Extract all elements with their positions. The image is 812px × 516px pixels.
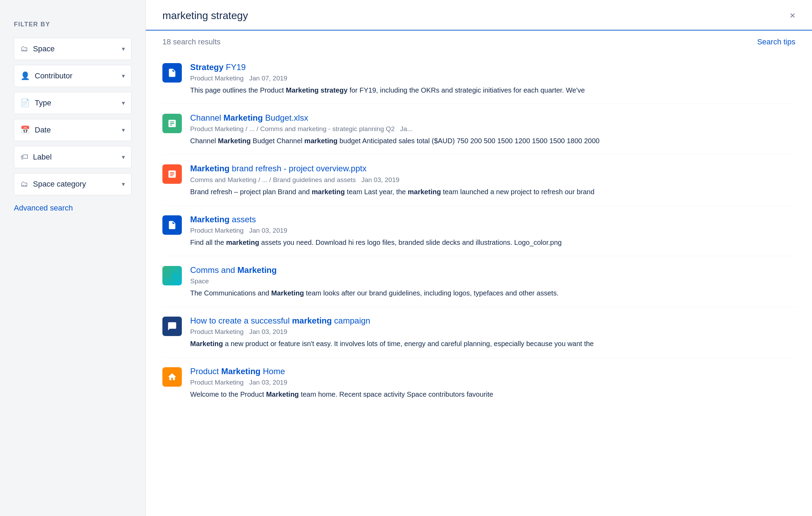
result-meta-3: Comms and Marketing / ... / Brand guidel… xyxy=(190,176,795,184)
filter-space-category[interactable]: 🗂 Space category ▾ xyxy=(14,173,132,195)
result-icon-2 xyxy=(162,114,182,133)
result-icon-1 xyxy=(162,63,182,83)
filter-type-label: Type xyxy=(35,98,51,108)
results-header: 18 search results Search tips xyxy=(146,31,812,53)
date-chevron-icon: ▾ xyxy=(122,126,125,134)
filter-date-label: Date xyxy=(35,126,51,135)
date-filter-icon: 📅 xyxy=(20,126,30,135)
filter-space-category-label: Space category xyxy=(33,180,86,189)
filter-label[interactable]: 🏷 Label ▾ xyxy=(14,146,132,168)
search-input[interactable] xyxy=(162,10,784,22)
result-title-2: Channel Marketing Budget.xlsx xyxy=(190,112,795,123)
search-results-panel: × 18 search results Search tips Strategy… xyxy=(146,0,812,516)
result-item-2[interactable]: Channel Marketing Budget.xlsx Product Ma… xyxy=(162,104,795,155)
filter-by-label: FILTER BY xyxy=(14,21,132,28)
space-filter-icon: 🗂 xyxy=(20,44,28,53)
label-chevron-icon: ▾ xyxy=(122,153,125,161)
result-item-5[interactable]: Comms and Marketing Space The Communicat… xyxy=(162,256,795,307)
result-title-1: Strategy FY19 xyxy=(190,62,795,72)
result-title-7: Product Marketing Home xyxy=(190,366,795,377)
result-icon-3 xyxy=(162,164,182,184)
search-tips-link[interactable]: Search tips xyxy=(757,37,795,46)
filter-contributor-label: Contributor xyxy=(35,71,73,80)
result-title-4: Marketing assets xyxy=(190,214,795,225)
search-overlay: FILTER BY 🗂 Space ▾ 👤 Contributor ▾ 📄 xyxy=(0,0,812,516)
result-meta-6: Product Marketing Jan 03, 2019 xyxy=(190,328,795,336)
filter-contributor[interactable]: 👤 Contributor ▾ xyxy=(14,65,132,87)
result-item-3[interactable]: Marketing brand refresh - project overvi… xyxy=(162,155,795,205)
label-filter-icon: 🏷 xyxy=(20,153,28,162)
result-content-7: Product Marketing Home Product Marketing… xyxy=(190,366,795,399)
filter-space[interactable]: 🗂 Space ▾ xyxy=(14,38,132,60)
advanced-search-link[interactable]: Advanced search xyxy=(14,204,132,213)
result-title-3: Marketing brand refresh - project overvi… xyxy=(190,163,795,174)
results-list: Strategy FY19 Product Marketing Jan 07, … xyxy=(146,53,812,516)
filter-panel: FILTER BY 🗂 Space ▾ 👤 Contributor ▾ 📄 xyxy=(0,0,146,516)
space-category-chevron-icon: ▾ xyxy=(122,180,125,188)
result-icon-7 xyxy=(162,367,182,387)
filter-type[interactable]: 📄 Type ▾ xyxy=(14,92,132,114)
search-input-bar: × xyxy=(146,0,812,31)
svg-point-1 xyxy=(171,273,176,278)
type-filter-icon: 📄 xyxy=(20,98,30,108)
filter-date[interactable]: 📅 Date ▾ xyxy=(14,119,132,141)
result-excerpt-2: Channel Marketing Budget Channel marketi… xyxy=(190,136,795,146)
result-meta-5: Space xyxy=(190,277,795,285)
contributor-chevron-icon: ▾ xyxy=(122,72,125,80)
contributor-filter-icon: 👤 xyxy=(20,71,30,80)
result-title-6: How to create a successful marketing cam… xyxy=(190,315,795,326)
result-excerpt-6: Marketing a new product or feature isn't… xyxy=(190,338,795,349)
result-content-4: Marketing assets Product Marketing Jan 0… xyxy=(190,214,795,248)
result-icon-5 xyxy=(162,266,182,285)
result-meta-7: Product Marketing Jan 03, 2019 xyxy=(190,379,795,386)
type-chevron-icon: ▾ xyxy=(122,99,125,107)
result-content-2: Channel Marketing Budget.xlsx Product Ma… xyxy=(190,112,795,146)
result-meta-2: Product Marketing / ... / Comms and mark… xyxy=(190,125,795,133)
result-content-6: How to create a successful marketing cam… xyxy=(190,315,795,349)
result-icon-6 xyxy=(162,317,182,336)
result-excerpt-3: Brand refresh – project plan Brand and m… xyxy=(190,187,795,197)
result-meta-4: Product Marketing Jan 03, 2019 xyxy=(190,227,795,234)
result-item-7[interactable]: Product Marketing Home Product Marketing… xyxy=(162,358,795,408)
result-content-1: Strategy FY19 Product Marketing Jan 07, … xyxy=(190,62,795,95)
result-content-5: Comms and Marketing Space The Communicat… xyxy=(190,265,795,298)
result-excerpt-5: The Communications and Marketing team lo… xyxy=(190,288,795,298)
space-chevron-icon: ▾ xyxy=(122,45,125,53)
result-item-6[interactable]: How to create a successful marketing cam… xyxy=(162,307,795,358)
result-excerpt-4: Find all the marketing assets you need. … xyxy=(190,237,795,248)
close-search-icon[interactable]: × xyxy=(790,11,795,20)
space-category-filter-icon: 🗂 xyxy=(20,180,28,189)
result-item-1[interactable]: Strategy FY19 Product Marketing Jan 07, … xyxy=(162,53,795,104)
result-excerpt-1: This page outlines the Product Marketing… xyxy=(190,85,795,95)
result-item-4[interactable]: Marketing assets Product Marketing Jan 0… xyxy=(162,206,795,256)
results-count: 18 search results xyxy=(162,37,221,46)
result-title-5: Comms and Marketing xyxy=(190,265,795,275)
result-excerpt-7: Welcome to the Product Marketing team ho… xyxy=(190,389,795,399)
result-icon-4 xyxy=(162,215,182,235)
result-meta-1: Product Marketing Jan 07, 2019 xyxy=(190,75,795,82)
filter-label-label: Label xyxy=(33,153,52,162)
filter-space-label: Space xyxy=(33,44,54,53)
result-content-3: Marketing brand refresh - project overvi… xyxy=(190,163,795,197)
